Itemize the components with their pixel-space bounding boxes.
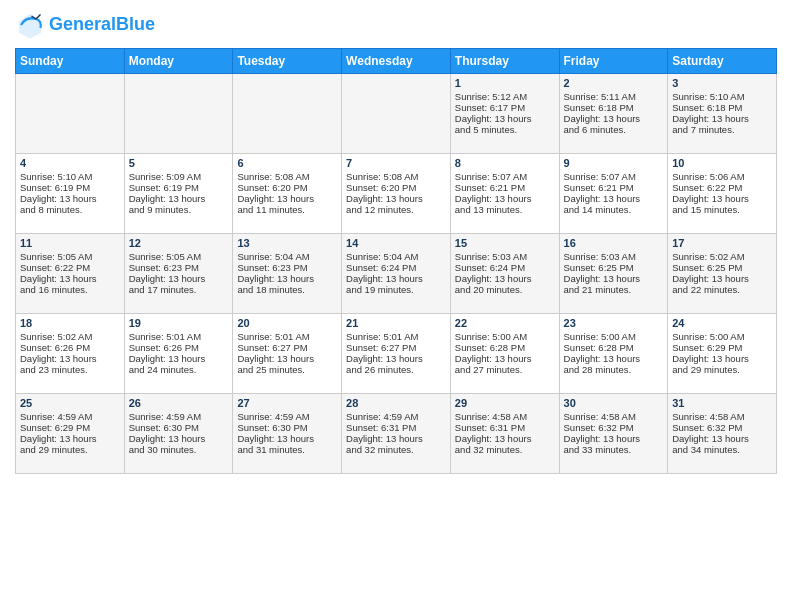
day-info-line: Sunrise: 5:10 AM (672, 91, 772, 102)
calendar-cell: 23Sunrise: 5:00 AMSunset: 6:28 PMDayligh… (559, 314, 668, 394)
day-info-line: Daylight: 13 hours (672, 433, 772, 444)
day-info-line: and 12 minutes. (346, 204, 446, 215)
calendar-cell (124, 74, 233, 154)
day-number: 6 (237, 157, 337, 169)
day-info-line: Sunset: 6:29 PM (20, 422, 120, 433)
day-info-line: Sunset: 6:26 PM (129, 342, 229, 353)
day-info-line: Sunrise: 5:01 AM (237, 331, 337, 342)
day-info-line: Sunrise: 5:06 AM (672, 171, 772, 182)
day-info-line: Daylight: 13 hours (564, 273, 664, 284)
day-number: 9 (564, 157, 664, 169)
calendar-week-row: 11Sunrise: 5:05 AMSunset: 6:22 PMDayligh… (16, 234, 777, 314)
day-info-line: Daylight: 13 hours (564, 433, 664, 444)
day-info-line: Daylight: 13 hours (455, 433, 555, 444)
day-info-line: Daylight: 13 hours (346, 273, 446, 284)
calendar-cell: 4Sunrise: 5:10 AMSunset: 6:19 PMDaylight… (16, 154, 125, 234)
day-info-line: Sunset: 6:25 PM (564, 262, 664, 273)
day-info-line: Daylight: 13 hours (564, 193, 664, 204)
day-info-line: Sunset: 6:28 PM (455, 342, 555, 353)
calendar-cell: 9Sunrise: 5:07 AMSunset: 6:21 PMDaylight… (559, 154, 668, 234)
calendar-cell: 16Sunrise: 5:03 AMSunset: 6:25 PMDayligh… (559, 234, 668, 314)
day-info-line: Sunset: 6:20 PM (346, 182, 446, 193)
day-info-line: Sunrise: 5:01 AM (346, 331, 446, 342)
day-info-line: Sunrise: 5:08 AM (346, 171, 446, 182)
day-info-line: and 21 minutes. (564, 284, 664, 295)
calendar-cell: 7Sunrise: 5:08 AMSunset: 6:20 PMDaylight… (342, 154, 451, 234)
day-number: 13 (237, 237, 337, 249)
day-info-line: Daylight: 13 hours (672, 193, 772, 204)
day-info-line: Sunset: 6:18 PM (672, 102, 772, 113)
weekday-header: Monday (124, 49, 233, 74)
day-info-line: Sunset: 6:23 PM (129, 262, 229, 273)
calendar-cell: 20Sunrise: 5:01 AMSunset: 6:27 PMDayligh… (233, 314, 342, 394)
day-info-line: Daylight: 13 hours (564, 113, 664, 124)
day-info-line: Sunset: 6:22 PM (672, 182, 772, 193)
logo-icon (15, 10, 45, 40)
day-info-line: Sunrise: 5:12 AM (455, 91, 555, 102)
day-info-line: Sunrise: 5:03 AM (564, 251, 664, 262)
day-info-line: and 30 minutes. (129, 444, 229, 455)
calendar-header: SundayMondayTuesdayWednesdayThursdayFrid… (16, 49, 777, 74)
header: GeneralBlue (15, 10, 777, 40)
day-info-line: Daylight: 13 hours (237, 273, 337, 284)
calendar-cell: 13Sunrise: 5:04 AMSunset: 6:23 PMDayligh… (233, 234, 342, 314)
calendar-week-row: 18Sunrise: 5:02 AMSunset: 6:26 PMDayligh… (16, 314, 777, 394)
calendar-cell: 3Sunrise: 5:10 AMSunset: 6:18 PMDaylight… (668, 74, 777, 154)
day-info-line: and 19 minutes. (346, 284, 446, 295)
calendar-cell (342, 74, 451, 154)
day-info-line: and 18 minutes. (237, 284, 337, 295)
day-info-line: Sunrise: 5:04 AM (346, 251, 446, 262)
day-info-line: Sunset: 6:27 PM (237, 342, 337, 353)
day-info-line: Sunset: 6:29 PM (672, 342, 772, 353)
day-info-line: Sunset: 6:31 PM (346, 422, 446, 433)
day-info-line: Sunset: 6:19 PM (20, 182, 120, 193)
calendar-cell: 21Sunrise: 5:01 AMSunset: 6:27 PMDayligh… (342, 314, 451, 394)
day-info-line: Sunset: 6:21 PM (455, 182, 555, 193)
day-info-line: Sunset: 6:24 PM (346, 262, 446, 273)
logo: GeneralBlue (15, 10, 155, 40)
day-info-line: and 5 minutes. (455, 124, 555, 135)
calendar-body: 1Sunrise: 5:12 AMSunset: 6:17 PMDaylight… (16, 74, 777, 474)
day-info-line: and 32 minutes. (455, 444, 555, 455)
day-info-line: Sunrise: 5:05 AM (129, 251, 229, 262)
day-number: 1 (455, 77, 555, 89)
calendar-table: SundayMondayTuesdayWednesdayThursdayFrid… (15, 48, 777, 474)
calendar-cell: 18Sunrise: 5:02 AMSunset: 6:26 PMDayligh… (16, 314, 125, 394)
day-info-line: Sunrise: 5:01 AM (129, 331, 229, 342)
day-info-line: and 14 minutes. (564, 204, 664, 215)
calendar-cell: 8Sunrise: 5:07 AMSunset: 6:21 PMDaylight… (450, 154, 559, 234)
day-info-line: Daylight: 13 hours (237, 193, 337, 204)
day-info-line: Sunrise: 5:04 AM (237, 251, 337, 262)
calendar-week-row: 25Sunrise: 4:59 AMSunset: 6:29 PMDayligh… (16, 394, 777, 474)
day-info-line: Daylight: 13 hours (20, 433, 120, 444)
day-info-line: Sunset: 6:26 PM (20, 342, 120, 353)
day-info-line: and 33 minutes. (564, 444, 664, 455)
day-info-line: Sunset: 6:19 PM (129, 182, 229, 193)
day-info-line: Sunrise: 5:08 AM (237, 171, 337, 182)
day-info-line: Sunrise: 5:00 AM (564, 331, 664, 342)
day-number: 16 (564, 237, 664, 249)
day-info-line: Daylight: 13 hours (237, 433, 337, 444)
day-info-line: and 15 minutes. (672, 204, 772, 215)
day-info-line: Sunrise: 4:59 AM (346, 411, 446, 422)
calendar-cell: 14Sunrise: 5:04 AMSunset: 6:24 PMDayligh… (342, 234, 451, 314)
day-number: 5 (129, 157, 229, 169)
day-info-line: Sunset: 6:30 PM (237, 422, 337, 433)
calendar-cell: 31Sunrise: 4:58 AMSunset: 6:32 PMDayligh… (668, 394, 777, 474)
day-info-line: and 9 minutes. (129, 204, 229, 215)
day-info-line: Sunrise: 5:07 AM (564, 171, 664, 182)
day-number: 31 (672, 397, 772, 409)
calendar-cell: 12Sunrise: 5:05 AMSunset: 6:23 PMDayligh… (124, 234, 233, 314)
day-info-line: Daylight: 13 hours (346, 353, 446, 364)
day-info-line: and 23 minutes. (20, 364, 120, 375)
day-info-line: Sunset: 6:25 PM (672, 262, 772, 273)
day-info-line: Daylight: 13 hours (237, 353, 337, 364)
weekday-header: Friday (559, 49, 668, 74)
day-number: 26 (129, 397, 229, 409)
weekday-header: Tuesday (233, 49, 342, 74)
day-info-line: and 11 minutes. (237, 204, 337, 215)
day-info-line: Sunrise: 5:00 AM (672, 331, 772, 342)
day-info-line: and 32 minutes. (346, 444, 446, 455)
day-info-line: Daylight: 13 hours (564, 353, 664, 364)
calendar-cell: 1Sunrise: 5:12 AMSunset: 6:17 PMDaylight… (450, 74, 559, 154)
